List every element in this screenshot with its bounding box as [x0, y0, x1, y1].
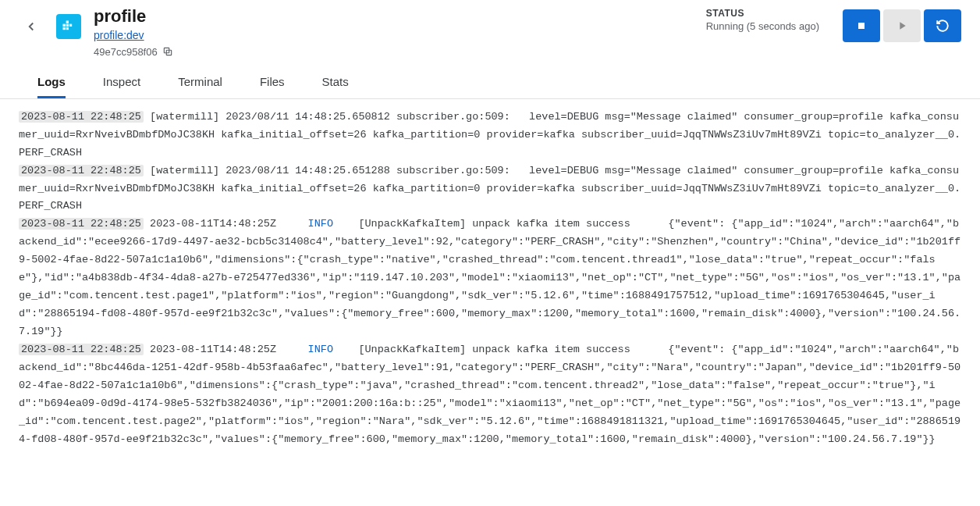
action-buttons	[843, 9, 961, 42]
back-button[interactable]	[19, 14, 44, 39]
log-timestamp: 2023-08-11 22:48:25	[19, 111, 144, 123]
log-entry: 2023-08-11 22:48:25 [watermill] 2023/08/…	[19, 162, 961, 216]
copy-icon[interactable]	[162, 46, 173, 57]
status-label: STATUS	[706, 8, 819, 19]
restart-button[interactable]	[924, 9, 961, 42]
tab-inspect[interactable]: Inspect	[103, 67, 140, 98]
svg-marker-9	[900, 22, 905, 29]
log-timestamp: 2023-08-11 22:48:25	[19, 165, 144, 176]
log-timestamp: 2023-08-11 22:48:25	[19, 218, 144, 230]
svg-rect-5	[66, 27, 69, 30]
start-button	[883, 9, 921, 42]
logs-panel[interactable]: 2023-08-11 22:48:25 [watermill] 2023/08/…	[0, 99, 980, 496]
title-block: profile profile:dev 49e7cc958f06	[94, 6, 694, 58]
image-link[interactable]: profile:dev	[94, 29, 144, 41]
log-entry: 2023-08-11 22:48:25 [watermill] 2023/08/…	[19, 109, 961, 162]
tabs: Logs Inspect Terminal Files Stats	[0, 61, 980, 99]
log-entry: 2023-08-11 22:48:25 2023-08-11T14:48:25Z…	[19, 216, 961, 341]
svg-rect-4	[63, 27, 66, 30]
log-entry: 2023-08-11 22:48:25 2023-08-11T14:48:25Z…	[19, 341, 961, 449]
stop-button[interactable]	[843, 9, 880, 42]
svg-rect-0	[63, 24, 66, 27]
log-level: INFO	[308, 218, 333, 230]
svg-rect-1	[66, 24, 69, 27]
container-hash: 49e7cc958f06	[94, 46, 158, 58]
svg-rect-2	[69, 24, 72, 27]
container-icon	[56, 14, 81, 39]
tab-stats[interactable]: Stats	[322, 67, 349, 98]
tab-terminal[interactable]: Terminal	[178, 67, 222, 98]
log-timestamp: 2023-08-11 22:48:25	[19, 344, 144, 355]
header: profile profile:dev 49e7cc958f06 STATUS …	[0, 0, 980, 61]
svg-rect-3	[66, 21, 69, 23]
svg-rect-8	[858, 23, 865, 29]
status-block: STATUS Running (5 seconds ago)	[706, 8, 819, 32]
log-level: INFO	[308, 344, 333, 355]
tab-files[interactable]: Files	[260, 67, 285, 98]
hash-row: 49e7cc958f06	[94, 46, 694, 58]
tab-logs[interactable]: Logs	[37, 67, 66, 98]
status-value: Running (5 seconds ago)	[706, 20, 819, 32]
container-title: profile	[94, 6, 694, 27]
